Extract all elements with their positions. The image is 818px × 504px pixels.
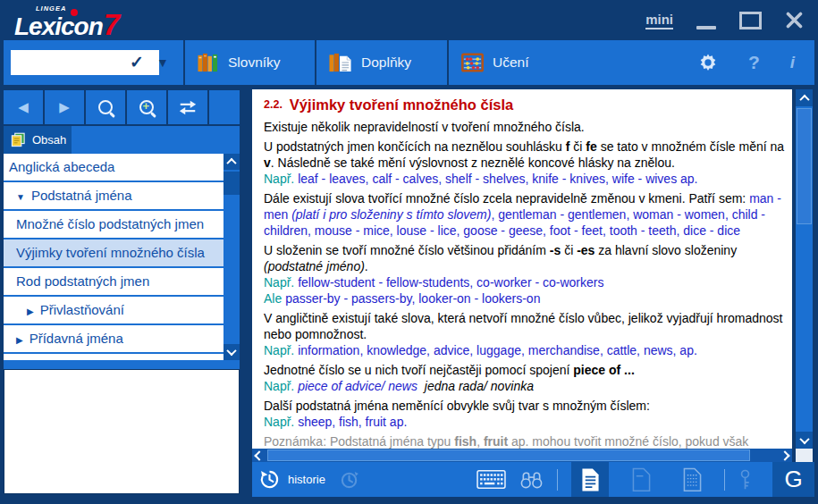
- magnifier-icon: [98, 100, 113, 114]
- mini-mode-button[interactable]: mini: [645, 12, 673, 29]
- text-segment: ap. mohou tvořit množné číslo, pokud vša…: [508, 434, 748, 449]
- history-forward-button[interactable]: [340, 469, 360, 490]
- chevron-up-icon: [799, 94, 809, 104]
- help-icon[interactable]: ?: [748, 52, 760, 73]
- refresh-button[interactable]: [168, 90, 209, 124]
- tab-obsah[interactable]: Obsah: [4, 126, 72, 154]
- scroll-down-button[interactable]: [796, 432, 813, 449]
- text-segment: piece of advice/ news: [298, 379, 417, 393]
- tab-uceni[interactable]: Učení: [449, 40, 595, 85]
- google-lookup-button[interactable]: G: [772, 462, 814, 497]
- sidebar-nav-buttons: ◀ ▶: [4, 88, 240, 126]
- pages-stack-icon: [11, 132, 26, 147]
- chevron-down-icon: [799, 433, 809, 443]
- nav-buttons-filler: [209, 90, 240, 124]
- history-back-button[interactable]: [259, 469, 280, 490]
- forward-button[interactable]: ▶: [45, 90, 86, 124]
- chevron-left-icon: [254, 450, 264, 460]
- gear-icon[interactable]: [698, 53, 718, 72]
- abacus-icon: [461, 53, 484, 72]
- status-bar-tools: G: [476, 462, 814, 497]
- search-button[interactable]: [86, 90, 127, 124]
- content-paragraph: Další podstatná jména neměnící obvykle s…: [264, 398, 790, 414]
- nav-item[interactable]: Výjimky tvoření množného čísla: [4, 239, 223, 268]
- logo-dot-icon: [71, 9, 78, 16]
- sidebar-preview-panel: [4, 369, 240, 494]
- logo-name: Lexicon7: [14, 8, 119, 42]
- sidebar-divider: [4, 360, 240, 369]
- content-paragraph: Např. information, knowledge, advice, lu…: [264, 342, 790, 358]
- minimize-button[interactable]: [696, 26, 716, 29]
- article-title: Výjimky tvoření množného čísla: [290, 97, 513, 113]
- text-segment: .: [365, 259, 368, 273]
- nav-list-scrollbar[interactable]: [223, 154, 240, 360]
- view-plain-button[interactable]: [622, 462, 660, 497]
- chevron-up-icon: [226, 158, 236, 168]
- view-list-button[interactable]: [673, 462, 711, 497]
- document-icon: [581, 467, 600, 491]
- scroll-left-button[interactable]: [252, 449, 266, 462]
- clock-icon: [340, 469, 360, 490]
- content-paragraph: Např. fellow-student - fellow-students, …: [264, 274, 790, 290]
- back-button[interactable]: ◀: [4, 90, 45, 124]
- text-segment: information, knowledge, advice, luggage,…: [298, 343, 697, 357]
- text-segment: -s: [550, 243, 561, 257]
- status-bar: historie: [252, 462, 814, 497]
- logo-seven: 7: [104, 8, 119, 41]
- search-dropdown-icon[interactable]: ▼: [156, 55, 169, 70]
- text-segment: Ale: [264, 291, 285, 306]
- zoom-button[interactable]: [127, 90, 168, 124]
- scroll-up-button[interactable]: [223, 154, 240, 170]
- collapsed-arrow-icon[interactable]: ▶: [16, 335, 23, 345]
- text-segment: sheep, fish, fruit ap.: [298, 415, 407, 429]
- scroll-right-button[interactable]: [778, 449, 792, 462]
- text-segment: Např.: [264, 172, 298, 186]
- content-paragraph: Poznámka: Podstatná jména typu fish, fru…: [264, 433, 790, 449]
- close-button[interactable]: [785, 12, 804, 29]
- keyboard-icon[interactable]: [476, 470, 506, 489]
- tab-doplnky[interactable]: Doplňky: [316, 40, 458, 85]
- tab-label: Doplňky: [361, 55, 411, 71]
- forward-arrow-icon: ▶: [59, 99, 70, 115]
- content-paragraph: Ale passer-by - passers-by, looker-on - …: [264, 290, 790, 307]
- text-segment: [417, 379, 425, 393]
- nav-item[interactable]: ▶Přivlastňování: [4, 297, 223, 325]
- tab-obsah-label: Obsah: [32, 133, 66, 147]
- nav-item-label: Přivlastňování: [40, 302, 124, 317]
- nav-item[interactable]: Č: [4, 354, 223, 360]
- search-confirm-icon[interactable]: ✓: [130, 52, 144, 72]
- text-segment: či: [569, 139, 586, 154]
- nav-item[interactable]: ▶Přídavná jména: [4, 325, 223, 354]
- view-article-button[interactable]: [571, 462, 609, 497]
- nav-item-label: Výjimky tvoření množného čísla: [16, 245, 205, 260]
- scrollbar-thumb[interactable]: [223, 172, 240, 195]
- text-segment: Jednotné číslo se u nich tvoří nejčastěj…: [264, 363, 573, 377]
- binoculars-icon[interactable]: [519, 470, 544, 490]
- nav-item[interactable]: Množné číslo podstatných jmen: [4, 211, 223, 239]
- scrollbar-thumb[interactable]: [267, 449, 750, 461]
- nav-item[interactable]: Rod podstatných jmen: [4, 268, 223, 297]
- nav-item[interactable]: ▼Podstatná jména: [4, 182, 223, 211]
- text-segment: jedna rada/ novinka: [425, 379, 534, 393]
- key-icon[interactable]: [738, 468, 752, 491]
- text-segment: Poznámka: Podstatná jména typu: [264, 434, 454, 449]
- nav-item-label: Rod podstatných jmen: [16, 273, 149, 289]
- scrollbar-thumb[interactable]: [797, 108, 812, 224]
- tab-slovniky[interactable]: Slovníky: [185, 40, 325, 85]
- title-bar: LINGEA Lexicon7 mini: [0, 0, 818, 40]
- tab-label: Slovníky: [228, 55, 281, 71]
- info-icon[interactable]: i: [790, 53, 795, 72]
- content-vscrollbar[interactable]: [796, 89, 813, 449]
- section-number: 2.2.: [264, 98, 283, 111]
- scroll-up-button[interactable]: [796, 89, 813, 106]
- text-segment: Existuje několik nepravidelností v tvoře…: [264, 120, 585, 134]
- maximize-button[interactable]: [739, 12, 762, 29]
- scroll-down-button[interactable]: [223, 344, 240, 360]
- text-segment: či: [561, 243, 577, 257]
- content-hscrollbar[interactable]: [252, 449, 792, 462]
- expanded-arrow-icon[interactable]: ▼: [16, 192, 25, 202]
- content-paragraph: Např. piece of advice/ news jedna rada/ …: [264, 378, 790, 394]
- nav-item[interactable]: Anglická abeceda: [4, 154, 223, 182]
- text-segment: . Následně se také mění výslovnost z nez…: [271, 155, 675, 170]
- collapsed-arrow-icon[interactable]: ▶: [27, 307, 34, 316]
